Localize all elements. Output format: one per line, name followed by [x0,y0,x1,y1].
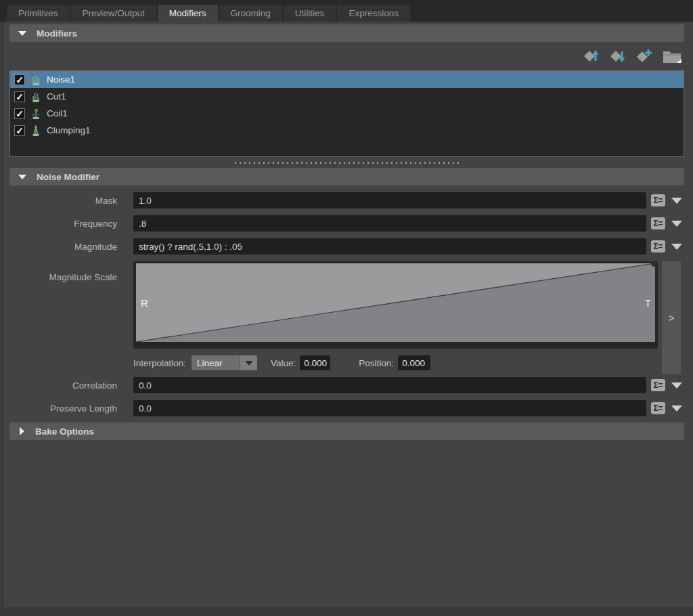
interpolation-dropdown[interactable]: Linear [192,355,257,370]
move-up-icon [583,47,600,65]
magnitude-scale-widget: R T [133,261,681,374]
ramp-right-label: T [645,297,651,309]
noise1-enabled-checkbox[interactable]: ✓ [14,74,25,85]
correlation-input[interactable]: 0.0 [133,377,646,393]
chevron-down-icon [671,405,682,412]
modifier-list: ✓ Noise1 ✓ Cut1 ✓ Coil1 [9,70,684,157]
modifier-name: Noise1 [47,74,75,85]
bake-options-section-header[interactable]: Bake Options [9,422,684,440]
ramp-expand-button[interactable]: > [662,261,681,374]
chevron-down-icon [671,382,682,389]
modifier-list-item-coil1[interactable]: ✓ Coil1 [10,105,684,122]
preserve-length-label: Preserve Length [9,403,117,414]
splitter-grip-icon [235,162,460,164]
magnitude-input[interactable]: stray() ? rand(.5,1.0) : .05 [133,238,646,255]
ramp-controls: Interpolation: Linear Value: 0.000 Posit… [133,355,658,371]
folder-icon [662,47,682,65]
preserve-length-expression-button[interactable]: Σ= [651,402,665,414]
expand-chevron: > [669,313,674,324]
collapse-arrow-icon [18,175,26,179]
frequency-input[interactable]: .8 [133,215,646,232]
correlation-label: Correlation [9,380,117,391]
bake-section-title: Bake Options [35,426,94,437]
modifier-list-item-cut1[interactable]: ✓ Cut1 [10,88,684,105]
cut1-enabled-checkbox[interactable]: ✓ [14,91,25,102]
modifiers-section-header[interactable]: Modifiers [9,24,684,42]
interpolation-label: Interpolation: [133,358,186,368]
magnitude-row: Magnitude stray() ? rand(.5,1.0) : .05 Σ… [9,238,684,255]
magnitude-label: Magnitude [9,242,117,252]
bottom-border [0,607,693,616]
ramp-key-end[interactable] [651,261,657,267]
tab-modifiers[interactable]: Modifiers [158,5,218,22]
tab-preview-output[interactable]: Preview/Output [71,5,156,22]
preserve-length-input[interactable]: 0.0 [133,400,646,416]
mask-row: Mask 1.0 Σ= [9,192,684,208]
mask-input[interactable]: 1.0 [133,192,646,208]
panel-splitter[interactable] [9,157,684,168]
magnitude-scale-label: Magnitude Scale [9,272,117,282]
preserve-length-row: Preserve Length 0.0 Σ= [9,400,684,416]
modifier-name: Coil1 [47,108,68,118]
coil-modifier-icon [30,108,42,120]
chevron-down-icon [671,221,682,227]
move-modifier-down-button[interactable] [609,47,627,65]
mask-label: Mask [9,196,117,206]
collapse-arrow-icon [18,31,26,36]
collapsed-arrow-icon [20,427,24,435]
modifiers-panel: Modifiers [0,22,693,607]
correlation-row: Correlation 0.0 Σ= [9,377,684,393]
clumping-modifier-icon [30,125,42,137]
ramp-curve [136,263,655,342]
magnitude-menu-button[interactable] [669,240,684,252]
value-input[interactable]: 0.000 [300,355,330,370]
modifier-list-item-clumping1[interactable]: ✓ Clumping1 [10,122,684,139]
interpolation-dropdown-button[interactable] [240,355,257,370]
mask-expression-button[interactable]: Σ= [651,194,665,206]
cut-modifier-icon [30,91,42,103]
tab-expressions[interactable]: Expressions [337,5,410,22]
magnitude-scale-row: Magnitude Scale R T [9,261,684,374]
frequency-menu-button[interactable] [669,217,684,229]
coil1-enabled-checkbox[interactable]: ✓ [14,108,25,119]
correlation-menu-button[interactable] [669,379,684,391]
tab-utilities[interactable]: Utilities [284,5,336,22]
noise-modifier-section-header[interactable]: Noise Modifier [9,168,684,185]
mask-menu-button[interactable] [669,194,684,206]
load-modifier-folder-button[interactable] [662,47,682,65]
magnitude-expression-button[interactable]: Σ= [651,240,665,252]
ramp-frame: R T [133,261,658,349]
correlation-expression-button[interactable]: Σ= [651,379,665,391]
move-down-icon [609,47,627,65]
position-label: Position: [359,358,394,368]
frequency-expression-button[interactable]: Σ= [651,217,665,229]
modifiers-section-title: Modifiers [37,28,77,39]
value-label: Value: [271,358,296,368]
chevron-down-icon [671,198,682,204]
interpolation-value: Linear [192,355,240,370]
ramp-left-label: R [141,297,148,309]
modifier-name: Cut1 [47,91,66,102]
tab-primitives[interactable]: Primitives [7,5,70,22]
panel-tab-bar: Primitives Preview/Output Modifiers Groo… [0,0,693,22]
ramp-editor[interactable]: R T [136,263,655,342]
move-modifier-up-button[interactable] [583,47,600,65]
chevron-down-icon [671,244,682,250]
modifier-name: Clumping1 [47,125,91,135]
chevron-down-icon [245,361,253,366]
noise-modifier-attributes: Mask 1.0 Σ= Frequency .8 Σ= Magnitude st… [9,192,684,416]
modifier-list-item-noise1[interactable]: ✓ Noise1 [10,71,684,88]
noise-section-title: Noise Modifier [37,172,99,182]
tab-grooming[interactable]: Grooming [219,5,282,22]
clumping1-enabled-checkbox[interactable]: ✓ [14,125,25,136]
position-input[interactable]: 0.000 [398,355,430,370]
add-modifier-button[interactable] [635,47,653,65]
frequency-label: Frequency [9,219,117,229]
noise-modifier-icon [30,74,42,86]
modifier-toolbar [9,42,684,70]
preserve-length-menu-button[interactable] [669,402,684,414]
add-modifier-icon [635,47,653,65]
frequency-row: Frequency .8 Σ= [9,215,684,232]
